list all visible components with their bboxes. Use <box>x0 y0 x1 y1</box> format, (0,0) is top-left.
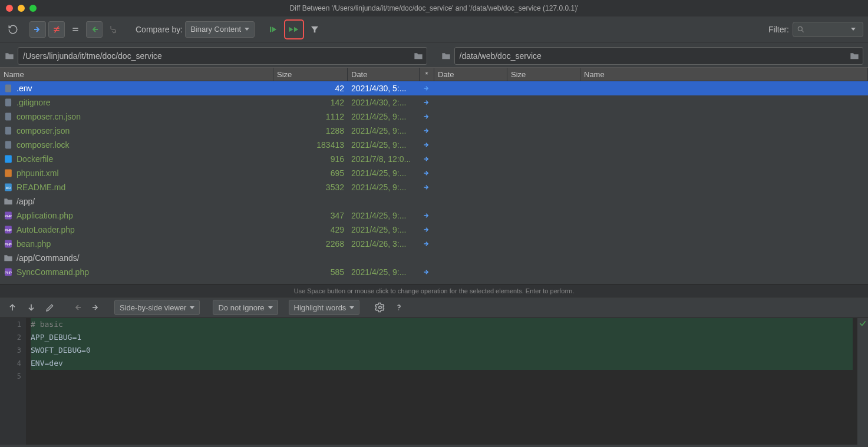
file-name: .gitignore <box>16 98 51 107</box>
file-icon <box>4 168 13 178</box>
col-date-left[interactable]: Date <box>348 68 420 81</box>
file-date: 2021/4/30, 2:... <box>348 98 420 107</box>
table-row[interactable]: PHPbean.php22682021/4/26, 3:... <box>0 237 868 251</box>
table-row[interactable]: composer.json12882021/4/25, 9:... <box>0 124 868 138</box>
table-row[interactable]: composer.cn.json11122021/4/25, 9:... <box>0 110 868 124</box>
nav-forward-button[interactable] <box>88 300 104 315</box>
file-icon: PHP <box>4 267 13 277</box>
row-operation[interactable] <box>420 127 434 135</box>
table-row[interactable]: .gitignore1422021/4/30, 2:... <box>0 95 868 110</box>
table-row[interactable]: .env422021/4/30, 5:... <box>0 81 868 95</box>
hint-bar: Use Space button or mouse click to chang… <box>0 284 868 297</box>
filter-input[interactable] <box>807 24 849 34</box>
nav-back-button[interactable] <box>70 300 85 315</box>
col-name-right[interactable]: Name <box>580 68 868 81</box>
file-size: 585 <box>273 267 348 277</box>
highlight-mode-value: Highlight words <box>294 303 346 312</box>
filter-search-box[interactable] <box>793 22 863 37</box>
table-row[interactable]: PHPApplication.php3472021/4/25, 9:... <box>0 208 868 223</box>
row-operation[interactable] <box>420 226 434 234</box>
table-row[interactable]: phpunit.xml6952021/4/25, 9:... <box>0 166 868 180</box>
svg-point-48 <box>398 309 399 310</box>
code-line[interactable]: SWOFT_DEBUG=0 <box>31 344 853 357</box>
merge-button[interactable] <box>105 21 121 38</box>
svg-text:PHP: PHP <box>5 229 12 232</box>
col-operation[interactable]: * <box>420 68 434 81</box>
editor-gutter: 12345 <box>0 318 26 445</box>
viewer-mode-dropdown[interactable]: Side-by-side viewer <box>114 300 200 315</box>
file-size: 347 <box>273 211 348 220</box>
svg-marker-8 <box>272 27 277 32</box>
file-date: 2021/4/25, 9:... <box>348 225 420 234</box>
table-row[interactable]: MDREADME.md35322021/4/25, 9:... <box>0 180 868 194</box>
editor-code[interactable]: # basicAPP_DEBUG=1SWOFT_DEBUG=0ENV=dev <box>26 318 857 445</box>
minimize-window-button[interactable] <box>18 5 25 12</box>
sync-all-button[interactable] <box>286 22 302 37</box>
table-row[interactable]: Dockerfile9162021/7/8, 12:0... <box>0 152 868 166</box>
col-size-left[interactable]: Size <box>273 68 348 81</box>
code-line[interactable] <box>31 370 853 383</box>
diff-editor[interactable]: 12345 # basicAPP_DEBUG=1SWOFT_DEBUG=0ENV… <box>0 318 868 445</box>
ignore-mode-dropdown[interactable]: Do not ignore <box>213 300 278 315</box>
file-date: 2021/4/30, 5:... <box>348 84 420 93</box>
browse-folder-icon[interactable] <box>850 52 859 60</box>
row-operation[interactable] <box>420 141 434 149</box>
compare-by-label: Compare by: <box>136 25 183 34</box>
refresh-button[interactable] <box>5 21 21 38</box>
sync-left-button[interactable] <box>86 21 103 38</box>
highlighted-sync-all-button <box>284 19 304 39</box>
svg-point-47 <box>379 306 382 309</box>
row-operation[interactable] <box>420 155 434 163</box>
next-diff-button[interactable] <box>24 300 39 315</box>
line-number: 1 <box>0 318 21 331</box>
code-line[interactable]: APP_DEBUG=1 <box>31 331 853 344</box>
help-button[interactable] <box>391 300 407 315</box>
equal-button[interactable] <box>67 21 84 38</box>
table-row[interactable]: PHPAutoLoader.php4292021/4/25, 9:... <box>0 223 868 237</box>
not-equal-button[interactable] <box>48 21 65 38</box>
close-window-button[interactable] <box>6 5 13 12</box>
table-row[interactable]: /app/ <box>0 194 868 208</box>
row-operation[interactable] <box>420 268 434 276</box>
filter-icon-button[interactable] <box>306 21 323 38</box>
row-operation[interactable] <box>420 84 434 92</box>
svg-text:PHP: PHP <box>5 243 12 246</box>
edit-button[interactable] <box>42 300 58 315</box>
row-operation[interactable] <box>420 98 434 107</box>
row-operation[interactable] <box>420 169 434 177</box>
file-name: README.md <box>16 183 65 192</box>
svg-text:PHP: PHP <box>5 214 12 218</box>
line-number: 3 <box>0 344 21 357</box>
table-row[interactable]: /app/Commands/ <box>0 251 868 265</box>
sync-selected-button[interactable] <box>265 21 282 38</box>
sync-right-button[interactable] <box>29 21 46 38</box>
settings-button[interactable] <box>372 300 388 315</box>
row-operation[interactable] <box>420 112 434 121</box>
file-date: 2021/7/8, 12:0... <box>348 154 420 164</box>
left-path-input[interactable] <box>22 51 410 61</box>
svg-rect-18 <box>5 112 11 120</box>
row-operation[interactable] <box>420 183 434 191</box>
code-line[interactable]: # basic <box>31 318 853 331</box>
compare-by-dropdown[interactable]: Binary Content <box>185 21 255 38</box>
maximize-window-button[interactable] <box>29 5 37 12</box>
code-line[interactable]: ENV=dev <box>31 357 853 370</box>
svg-rect-26 <box>5 169 12 177</box>
highlight-mode-dropdown[interactable]: Highlight words <box>289 300 360 315</box>
browse-folder-icon[interactable] <box>414 52 423 60</box>
col-size-right[interactable]: Size <box>507 68 580 81</box>
row-operation[interactable] <box>420 240 434 248</box>
left-path-box[interactable] <box>18 47 427 65</box>
row-operation[interactable] <box>420 211 434 220</box>
right-path-input[interactable] <box>458 51 847 61</box>
file-icon <box>4 84 13 93</box>
file-size: 2268 <box>273 239 348 249</box>
table-row[interactable]: composer.lock1834132021/4/25, 9:... <box>0 138 868 152</box>
right-path-box[interactable] <box>454 47 864 65</box>
editor-marker-bar[interactable] <box>857 318 868 445</box>
table-row[interactable]: PHPSyncCommand.php5852021/4/25, 9:... <box>0 265 868 279</box>
col-name-left[interactable]: Name <box>0 68 273 81</box>
prev-diff-button[interactable] <box>5 300 20 315</box>
col-date-right[interactable]: Date <box>434 68 507 81</box>
chevron-down-icon <box>268 306 273 309</box>
